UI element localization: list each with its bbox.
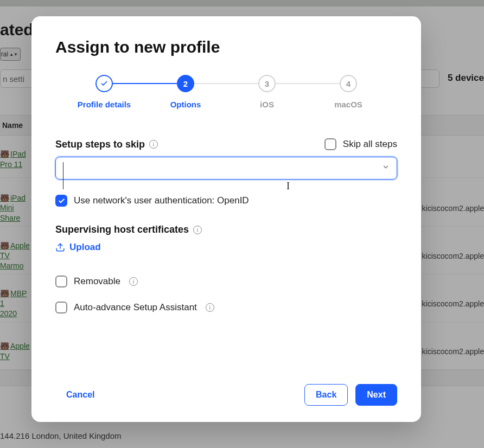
back-button[interactable]: Back: [304, 384, 348, 406]
modal-footer: Cancel Back Next: [55, 384, 397, 406]
check-icon: [58, 197, 65, 204]
info-icon[interactable]: i: [206, 303, 214, 312]
step-macos[interactable]: 4 macOS: [308, 75, 389, 109]
wizard-stepper: Profile details 2 Options 3 iOS 4 macOS: [55, 75, 397, 109]
setup-steps-row: Setup steps to skip i Skip all steps: [55, 138, 397, 150]
upload-icon: [55, 242, 65, 252]
skip-all-checkbox[interactable]: [324, 138, 336, 150]
upload-button[interactable]: Upload: [55, 242, 397, 253]
setup-steps-dropdown-wrap: [55, 157, 397, 195]
modal-title: Assign to new profile: [55, 38, 397, 56]
cancel-button[interactable]: Cancel: [55, 384, 105, 406]
step-connector: [113, 83, 177, 84]
info-icon[interactable]: i: [193, 226, 202, 234]
skip-all-checkbox-row[interactable]: Skip all steps: [324, 138, 397, 150]
upload-label: Upload: [69, 242, 101, 253]
network-auth-row[interactable]: Use network's user authentication: OpenI…: [55, 195, 397, 207]
autoadvance-checkbox[interactable]: [55, 302, 67, 313]
step-connector: [194, 83, 258, 84]
step-label: iOS: [260, 100, 274, 109]
assign-profile-modal: Assign to new profile Profile details 2 …: [31, 16, 421, 422]
network-auth-checkbox[interactable]: [55, 195, 67, 207]
step-connector: [276, 83, 340, 84]
step-profile-details[interactable]: Profile details: [63, 75, 145, 109]
removable-label: Removable: [74, 276, 120, 287]
autoadvance-row[interactable]: Auto-advance Setup Assistant i: [55, 302, 397, 313]
skip-all-label: Skip all steps: [343, 139, 397, 150]
step-label: macOS: [334, 100, 362, 109]
removable-checkbox[interactable]: [55, 276, 67, 287]
step-options[interactable]: 2 Options: [145, 75, 226, 109]
step-circle-pending: 3: [258, 75, 276, 92]
next-button[interactable]: Next: [355, 384, 397, 406]
certificates-heading: Supervising host certificates i: [55, 224, 397, 235]
step-label: Profile details: [78, 100, 131, 109]
setup-steps-label: Setup steps to skip i: [55, 139, 158, 150]
setup-steps-dropdown[interactable]: [55, 157, 397, 180]
check-icon: [100, 80, 108, 87]
step-circle-pending: 4: [340, 75, 357, 92]
network-auth-label: Use network's user authentication: OpenI…: [74, 195, 249, 206]
removable-row[interactable]: Removable i: [55, 276, 397, 287]
autoadvance-label: Auto-advance Setup Assistant: [74, 302, 197, 313]
info-icon[interactable]: i: [129, 277, 138, 286]
step-ios[interactable]: 3 iOS: [226, 75, 308, 109]
step-circle-done: [95, 75, 113, 92]
step-label: Options: [170, 100, 201, 109]
info-icon[interactable]: i: [149, 140, 158, 149]
step-circle-active: 2: [177, 75, 194, 92]
text-cursor: [63, 162, 63, 189]
